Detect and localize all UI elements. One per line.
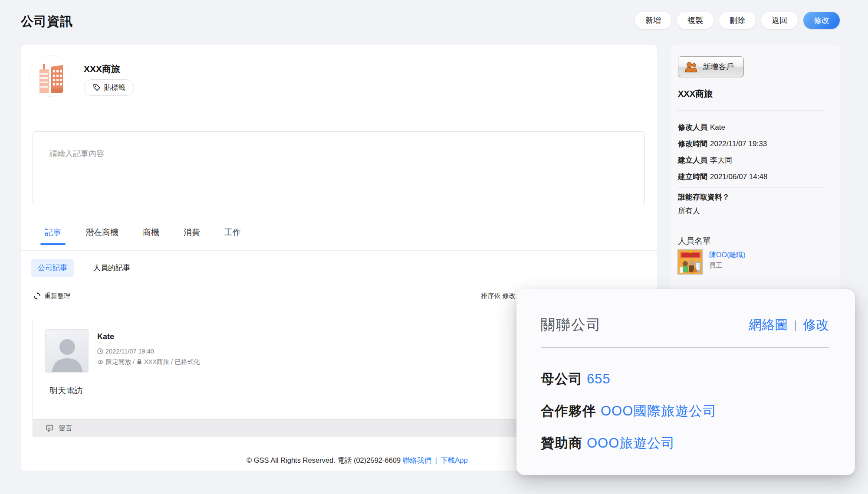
download-app-link[interactable]: 下載App: [441, 456, 467, 464]
person-silhouette-icon: [46, 330, 89, 373]
post-content: 明天電訪: [49, 385, 82, 396]
tab-work[interactable]: 工作: [224, 227, 241, 245]
parent-company-row: 母公司655: [541, 363, 717, 395]
sidebar-divider: [677, 187, 825, 187]
subtabs: 公司記事 人員的記事: [31, 259, 137, 277]
person-role: 員工: [709, 262, 746, 270]
panel-header: 關聯公司 網絡圖 | 修改: [541, 315, 829, 335]
access-answer: 所有人: [678, 206, 700, 216]
person-list-item: 陳OO(離職) 員工: [677, 249, 746, 275]
list-toolbar: 重新整理 排序依 修改: [33, 292, 516, 300]
person-link[interactable]: 陳OO(離職): [709, 251, 746, 260]
post-author-name: Kate: [97, 332, 114, 341]
panel-divider: [541, 347, 829, 348]
eye-icon: [97, 360, 104, 364]
tag-icon: [93, 84, 101, 92]
panel-title: 關聯公司: [541, 315, 602, 335]
post-time: 2022/11/07 19:40: [105, 346, 154, 357]
company-building-avatar: [30, 55, 71, 97]
tag-button-label: 貼標籤: [104, 83, 125, 92]
add-button[interactable]: 新增: [635, 12, 671, 29]
comment-label: 留言: [59, 424, 72, 432]
meta-row: 修改人員Kate: [678, 119, 767, 136]
tag-button[interactable]: 貼標籤: [84, 79, 134, 96]
subtab-people-notes[interactable]: 人員的記事: [86, 259, 137, 277]
people-list-heading: 人員名單: [678, 236, 711, 247]
site-footer: © GSS All Rights Reserved. 電話 (02)2592-6…: [247, 456, 468, 465]
lock-icon: [137, 359, 142, 365]
add-customer-label: 新增客戶: [703, 62, 734, 72]
add-customer-button[interactable]: 新增客戶: [678, 56, 744, 77]
post-author-avatar: [45, 329, 89, 373]
refresh-label: 重新整理: [44, 292, 70, 300]
sidebar-divider: [677, 111, 825, 111]
related-companies-panel: 關聯公司 網絡圖 | 修改 母公司655 合作夥伴OOO國際旅遊公司 贊助商OO…: [516, 289, 855, 475]
subtab-company-notes[interactable]: 公司記事: [31, 259, 74, 277]
page-title: 公司資訊: [21, 13, 73, 30]
panel-link-separator: |: [794, 318, 797, 332]
parent-company-link[interactable]: 655: [587, 371, 611, 386]
meta-row: 建立人員李大同: [678, 152, 767, 169]
tab-consumption[interactable]: 消費: [184, 227, 200, 245]
partner-link[interactable]: OOO國際旅遊公司: [601, 403, 717, 419]
sponsor-link[interactable]: OOO旅遊公司: [587, 435, 675, 451]
comment-icon: [46, 425, 53, 432]
post-meta: 2022/11/07 19:40 限定開放 / XXX商旅 / 已格式化: [97, 346, 200, 367]
header-actions: 新增 複製 刪除 返回 修改: [635, 12, 840, 29]
people-icon: [684, 61, 697, 72]
access-question: 誰能存取資料？: [678, 192, 730, 202]
refresh-button[interactable]: 重新整理: [33, 292, 70, 300]
record-meta: 修改人員Kate 修改時間2022/11/07 19:33 建立人員李大同 建立…: [678, 119, 767, 185]
footer-separator: |: [435, 456, 437, 464]
network-diagram-link[interactable]: 網絡圖: [749, 316, 788, 334]
tab-opportunities[interactable]: 商機: [143, 227, 159, 245]
person-info: 陳OO(離職) 員工: [709, 249, 746, 275]
person-avatar[interactable]: [677, 249, 703, 275]
note-input[interactable]: [33, 131, 645, 205]
footer-phone: (02)2592-6609: [354, 456, 401, 464]
tabs: 記事 潛在商機 商機 消費 工作: [45, 227, 241, 245]
page-header: 公司資訊 新增 複製 刪除 返回 修改: [0, 0, 868, 45]
building-icon: [33, 59, 67, 93]
tab-notes[interactable]: 記事: [45, 227, 61, 245]
contact-us-link[interactable]: 聯絡我們: [403, 456, 431, 464]
company-name: XXX商旅: [84, 63, 120, 75]
copy-button[interactable]: 複製: [677, 12, 713, 29]
panel-rows: 母公司655 合作夥伴OOO國際旅遊公司 贊助商OOO旅遊公司: [541, 363, 717, 459]
post-visibility: 限定開放 /: [106, 357, 135, 367]
sidebar-company-name: XXX商旅: [678, 88, 713, 100]
tabs-divider: [21, 250, 657, 251]
sort-control[interactable]: 排序依 修改: [481, 292, 516, 300]
post-scope: XXX商旅 / 已格式化: [144, 357, 200, 367]
partner-row: 合作夥伴OOO國際旅遊公司: [541, 395, 717, 427]
clock-icon: [97, 348, 103, 354]
edit-button[interactable]: 修改: [803, 12, 840, 29]
back-button[interactable]: 返回: [761, 12, 798, 29]
footer-phone-label: 電話: [337, 456, 352, 464]
footer-copyright: © GSS All Rights Reserved.: [247, 456, 335, 464]
sponsor-row: 贊助商OOO旅遊公司: [541, 427, 717, 459]
tab-potential-opportunities[interactable]: 潛在商機: [85, 227, 118, 245]
panel-edit-link[interactable]: 修改: [803, 316, 829, 334]
meta-row: 建立時間2021/06/07 14:48: [678, 169, 767, 185]
refresh-icon: [33, 292, 41, 300]
panel-links: 網絡圖 | 修改: [749, 316, 829, 334]
meta-row: 修改時間2022/11/07 19:33: [678, 136, 767, 152]
delete-button[interactable]: 刪除: [719, 12, 756, 29]
